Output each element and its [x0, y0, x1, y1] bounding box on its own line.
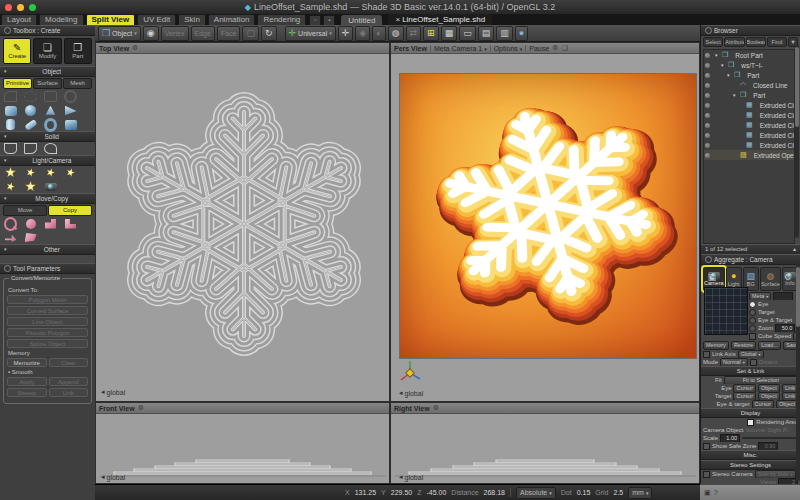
flag-copy-icon[interactable] — [24, 232, 37, 243]
target-radio[interactable] — [749, 309, 756, 316]
clear-button[interactable]: Clear — [49, 358, 89, 367]
spot-light-icon[interactable] — [24, 167, 37, 178]
mode-dropdown[interactable]: Normal▾ — [720, 358, 748, 366]
visibility-dot[interactable] — [705, 103, 710, 108]
link-axis-checkbox[interactable] — [703, 351, 710, 358]
camera-object-icon[interactable] — [44, 181, 57, 192]
section-other[interactable]: ▾Other — [0, 244, 95, 255]
browser-tree-item[interactable]: Extruded Closed — [704, 140, 794, 150]
corner-icon-b[interactable]: ? — [714, 489, 718, 496]
tool-parameters-header[interactable]: Tool Parameters — [0, 263, 95, 274]
v-split-view-icon[interactable]: ▥ — [496, 26, 513, 41]
ring-tool-icon[interactable] — [64, 91, 77, 102]
panel-collapse-icon[interactable] — [705, 256, 712, 263]
unit-dropdown[interactable]: mm▾ — [628, 487, 652, 499]
eye-target-cursor-button[interactable]: Cursor — [752, 400, 775, 408]
view-selector[interactable]: Front View — [99, 405, 135, 412]
aggregate-tab[interactable]: ◍ Surface — [760, 267, 781, 291]
stereo-mode-dropdown[interactable]: Side by Side▾ — [755, 470, 796, 478]
doc-tab-untitled[interactable]: Untitled — [341, 15, 382, 26]
eye-radio[interactable] — [749, 301, 756, 308]
visibility-dot[interactable] — [705, 73, 710, 78]
visibility-dot[interactable] — [705, 113, 710, 118]
browser-tab-boolean[interactable]: Boolean — [746, 37, 766, 47]
marquee-select-button[interactable]: ▢ — [242, 26, 259, 41]
camera-mode-button[interactable]: ◉ — [143, 26, 159, 41]
target-radio-row[interactable]: Target — [747, 308, 800, 316]
visibility-dot[interactable] — [705, 153, 710, 158]
convert-line-object-button[interactable]: Line Object — [7, 317, 88, 326]
workspace-extra-button-1[interactable]: ▫ — [309, 15, 321, 26]
visibility-dot[interactable] — [705, 53, 710, 58]
toolbox-tab-create[interactable]: ✎Create — [3, 38, 31, 64]
memorize-button[interactable]: Memorize — [7, 358, 47, 367]
panel-collapse-icon[interactable] — [4, 265, 11, 272]
aggregate-header[interactable]: Aggregate : Camera — [701, 254, 800, 265]
workspace-extra-button-2[interactable]: ▪ — [323, 15, 335, 26]
expand-arrow-icon[interactable] — [715, 52, 720, 58]
object-mode-button[interactable]: ❒Object▾ — [98, 26, 141, 41]
smooth-apply-button[interactable]: Apply — [7, 377, 47, 386]
coordinate-mode-dropdown[interactable]: Absolute▾ — [516, 487, 556, 499]
flame-light-icon[interactable] — [24, 181, 37, 192]
expand-arrow-icon[interactable] — [727, 72, 732, 78]
wedge-icon[interactable] — [64, 105, 77, 116]
zoom-radio-row[interactable]: Zoom50.0 — [747, 324, 800, 332]
memory-button[interactable]: Memory — [703, 341, 729, 350]
options-menu[interactable]: Options ▾ — [490, 45, 523, 52]
revolve-tool-icon[interactable] — [24, 91, 37, 102]
close-window-button[interactable] — [5, 4, 12, 11]
expand-arrow-icon[interactable] — [733, 92, 738, 98]
eye-radio-row[interactable]: Eye — [747, 300, 800, 308]
toolbox-tab-part[interactable]: ❐Part — [64, 38, 92, 64]
close-doc-icon[interactable]: × — [395, 15, 400, 24]
browser-tab-attributes[interactable]: Attributes — [724, 37, 744, 47]
sphere-icon[interactable] — [24, 105, 37, 116]
top-viewport[interactable]: Top View ⚙ ◂global — [95, 42, 390, 402]
face-mode-button[interactable]: Face — [217, 26, 241, 41]
load-button[interactable]: Load... — [758, 341, 781, 350]
grid-view-icon[interactable]: ▦ — [441, 26, 458, 41]
sync-icon[interactable]: ⇄ — [406, 26, 422, 41]
browser-tree-item[interactable]: Part — [704, 70, 794, 80]
stereo-camera-checkbox[interactable] — [703, 471, 710, 478]
globe-icon[interactable]: ◍ — [388, 26, 404, 41]
visibility-dot[interactable] — [705, 143, 710, 148]
smooth-sweep-button[interactable]: Sweep — [7, 388, 47, 397]
skeleton-icon[interactable]: ✛ — [338, 26, 354, 41]
magnify-copy-icon[interactable] — [4, 218, 17, 229]
scale-slider[interactable] — [742, 437, 798, 439]
h-split-view-icon[interactable]: ▤ — [478, 26, 495, 41]
area-light-icon[interactable] — [4, 181, 17, 192]
panel-collapse-icon[interactable] — [4, 27, 11, 34]
stereo-section-header[interactable]: Stereo Settings — [701, 460, 800, 470]
display-section-header[interactable]: Display — [701, 408, 800, 418]
restore-button[interactable]: Restore — [731, 341, 756, 350]
tab-copy[interactable]: Copy — [48, 205, 92, 216]
tab-move[interactable]: Move — [3, 205, 47, 216]
pause-button[interactable]: Pause — [525, 45, 549, 52]
rotate-select-button[interactable]: ↻ — [261, 26, 277, 41]
zoom-window-button[interactable] — [29, 4, 36, 11]
section-light-camera[interactable]: ▾Light/Camera — [0, 155, 95, 166]
browser-tree-item[interactable]: Extruded Open Line — [704, 150, 794, 160]
browser-tree-item[interactable]: ws/T~I- — [704, 60, 794, 70]
eye-object-button[interactable]: Object — [758, 384, 780, 392]
visibility-dot[interactable] — [705, 63, 710, 68]
section-object[interactable]: ▾Object — [0, 66, 95, 77]
shaded-display-icon[interactable]: ● — [515, 26, 528, 41]
pers-viewport[interactable]: Pers View Meta Camera 1 ▾ Options ▾ Paus… — [390, 42, 700, 402]
target-object-button[interactable]: Object — [758, 392, 780, 400]
split-view-icon[interactable]: ⊞ — [423, 26, 439, 41]
convert-pseudo-polygon-button[interactable]: Pseudo Polygon — [7, 328, 88, 337]
rendering-area-checkbox[interactable] — [747, 419, 754, 426]
smooth-link-button[interactable]: Link — [49, 388, 89, 397]
link-axis-dropdown[interactable]: Global▾ — [738, 350, 764, 358]
solid-subtract-icon[interactable] — [24, 143, 37, 154]
tab-surface[interactable]: Surface — [33, 78, 62, 89]
comment-icon[interactable]: ❑ — [561, 44, 567, 52]
lens-icon[interactable]: ◐ — [372, 26, 385, 41]
view-selector[interactable]: Right View — [394, 405, 430, 412]
section-move-copy[interactable]: ▾Move/Copy — [0, 193, 95, 204]
grid-copy-icon[interactable] — [64, 218, 77, 229]
